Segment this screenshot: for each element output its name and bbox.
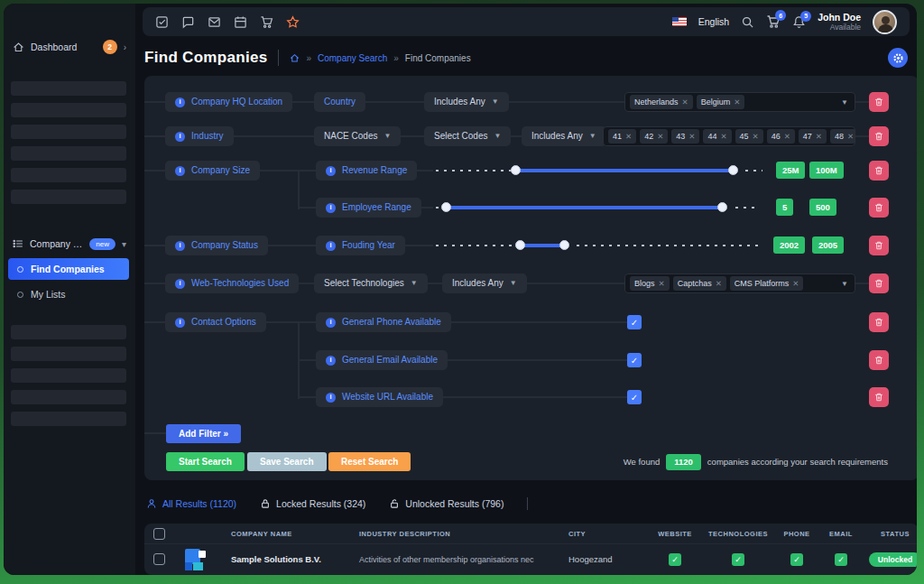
filter-label-hq-location[interactable]: iCompany HQ Location: [165, 92, 292, 112]
url-available-checkbox[interactable]: ✓: [627, 390, 642, 404]
webtech-tags[interactable]: ▼ Blogs✕Captchas✕CMS Platforms✕: [624, 273, 855, 293]
delete-filter-button[interactable]: [869, 161, 889, 181]
chat-icon[interactable]: [181, 15, 195, 29]
hq-field-select[interactable]: Country: [314, 92, 365, 112]
tag-chip[interactable]: 43✕: [671, 129, 699, 144]
revenue-range-slider[interactable]: [433, 160, 762, 181]
tab-locked-results[interactable]: Locked Results (324): [260, 498, 365, 509]
start-search-button[interactable]: Start Search: [166, 452, 245, 471]
filter-label-website-url[interactable]: iWebsite URL Available: [316, 387, 443, 407]
remove-tag-icon[interactable]: ✕: [784, 132, 790, 141]
filter-label-revenue-range[interactable]: iRevenue Range: [316, 161, 417, 181]
nace-code-tags[interactable]: 41✕42✕43✕44✕45✕46✕47✕48✕49✕: [603, 126, 855, 146]
avatar[interactable]: [873, 10, 897, 34]
language-selector[interactable]: English: [698, 16, 729, 27]
delete-filter-button[interactable]: [869, 312, 889, 332]
sidebar-item-find-companies[interactable]: Find Companies: [8, 258, 129, 280]
breadcrumb-company-search[interactable]: Company Search: [318, 53, 387, 63]
sidebar-section-company-search[interactable]: Company S... new ▾: [4, 233, 135, 255]
remove-tag-icon[interactable]: ✕: [792, 279, 799, 288]
remove-tag-icon[interactable]: ✕: [720, 132, 726, 141]
filter-label-founding-year[interactable]: iFouding Year: [316, 236, 405, 255]
tag-chip[interactable]: 46✕: [767, 129, 795, 144]
email-available-checkbox[interactable]: ✓: [627, 353, 642, 367]
table-row[interactable]: Sample Solutions B.V. Activities of othe…: [144, 544, 917, 574]
remove-tag-icon[interactable]: ✕: [816, 132, 822, 141]
delete-filter-button[interactable]: [869, 126, 889, 146]
reset-search-button[interactable]: Reset Search: [328, 452, 411, 471]
select-all-checkbox[interactable]: [153, 528, 165, 540]
filter-label-company-size[interactable]: iCompany Size: [165, 161, 260, 181]
filter-label-general-phone[interactable]: iGeneral Phone Available: [316, 312, 451, 332]
chevron-down-icon[interactable]: ▼: [841, 280, 848, 288]
remove-tag-icon[interactable]: ✕: [753, 132, 759, 141]
tag-chip[interactable]: Captchas✕: [673, 276, 726, 291]
tag-chip[interactable]: 47✕: [799, 129, 827, 144]
remove-tag-icon[interactable]: ✕: [682, 97, 688, 107]
search-icon[interactable]: [741, 15, 754, 29]
star-icon[interactable]: [286, 15, 300, 29]
chevron-down-icon[interactable]: ▼: [841, 98, 848, 107]
filter-label-contact-options[interactable]: iContact Options: [165, 312, 266, 332]
remove-tag-icon[interactable]: ✕: [734, 97, 740, 107]
delete-filter-button[interactable]: [869, 387, 889, 407]
cart-icon[interactable]: [260, 15, 273, 29]
founding-year-slider[interactable]: [433, 235, 762, 256]
row-checkbox[interactable]: [153, 553, 165, 565]
delete-filter-button[interactable]: [869, 273, 889, 293]
webtech-operator-select[interactable]: Includes Any▼: [442, 273, 527, 293]
filter-label-web-technologies[interactable]: iWeb-Technologies Used: [165, 273, 299, 293]
remove-tag-icon[interactable]: ✕: [625, 132, 632, 141]
sidebar-item-my-lists[interactable]: My Lists: [8, 283, 129, 305]
home-icon[interactable]: [290, 53, 300, 63]
add-filter-button[interactable]: Add Filter »: [166, 424, 241, 443]
tag-chip[interactable]: 42✕: [640, 129, 668, 144]
sidebar-item-dashboard[interactable]: Dashboard 2 ›: [4, 36, 135, 58]
phone-available-checkbox[interactable]: ✓: [627, 315, 642, 329]
tasks-icon[interactable]: [155, 15, 169, 29]
notifications-button[interactable]: 5: [792, 15, 806, 29]
tag-chip[interactable]: 44✕: [703, 129, 731, 144]
slider-handle-max[interactable]: [728, 165, 738, 175]
filter-label-industry[interactable]: iIndustry: [165, 126, 234, 146]
tag-chip[interactable]: 48✕: [830, 129, 855, 144]
filter-label-general-email[interactable]: iGeneral Email Available: [316, 350, 448, 370]
filter-label-company-status[interactable]: iCompany Status: [165, 236, 268, 255]
remove-tag-icon[interactable]: ✕: [688, 132, 695, 141]
tag-chip[interactable]: Blogs✕: [630, 276, 670, 291]
slider-handle-max[interactable]: [559, 240, 569, 250]
remove-tag-icon[interactable]: ✕: [657, 132, 663, 141]
calendar-icon[interactable]: [234, 15, 247, 29]
delete-filter-button[interactable]: [869, 350, 889, 370]
slider-handle-min[interactable]: [515, 240, 525, 250]
company-name[interactable]: Sample Solutions B.V.: [231, 554, 359, 564]
tag-chip[interactable]: CMS Platforms✕: [730, 276, 804, 291]
tag-chip[interactable]: 45✕: [735, 129, 763, 144]
delete-filter-button[interactable]: [869, 236, 889, 255]
remove-tag-icon[interactable]: ✕: [847, 132, 854, 141]
industry-select-codes[interactable]: Select Codes▼: [424, 126, 511, 146]
employee-range-slider[interactable]: [433, 197, 762, 218]
hq-country-tags[interactable]: ▼ Netherlands✕Belgium✕: [624, 92, 855, 112]
tab-unlocked-results[interactable]: Unlocked Results (796): [389, 498, 504, 509]
slider-handle-max[interactable]: [717, 202, 727, 212]
settings-button[interactable]: [888, 48, 908, 68]
save-search-button[interactable]: Save Search: [247, 452, 327, 471]
tab-all-results[interactable]: All Results (1120): [146, 498, 236, 509]
remove-tag-icon[interactable]: ✕: [716, 279, 722, 288]
industry-codes-select[interactable]: NACE Codes▼: [314, 126, 401, 146]
tag-chip[interactable]: 41✕: [608, 129, 636, 144]
slider-handle-min[interactable]: [441, 202, 451, 212]
hq-operator-select[interactable]: Includes Any▼: [424, 92, 509, 112]
industry-operator-select[interactable]: Includes Any▼: [522, 126, 606, 146]
tag-chip[interactable]: Belgium✕: [697, 95, 745, 109]
filter-label-employee-range[interactable]: iEmployee Range: [316, 198, 421, 218]
mail-icon[interactable]: [208, 15, 221, 29]
slider-handle-min[interactable]: [511, 165, 521, 175]
remove-tag-icon[interactable]: ✕: [659, 279, 665, 288]
webtech-select[interactable]: Select Technologies▼: [314, 273, 428, 293]
delete-filter-button[interactable]: [869, 92, 889, 112]
user-info[interactable]: John Doe Available: [818, 12, 861, 32]
cart-button[interactable]: 6: [766, 14, 781, 29]
delete-filter-button[interactable]: [869, 198, 889, 218]
